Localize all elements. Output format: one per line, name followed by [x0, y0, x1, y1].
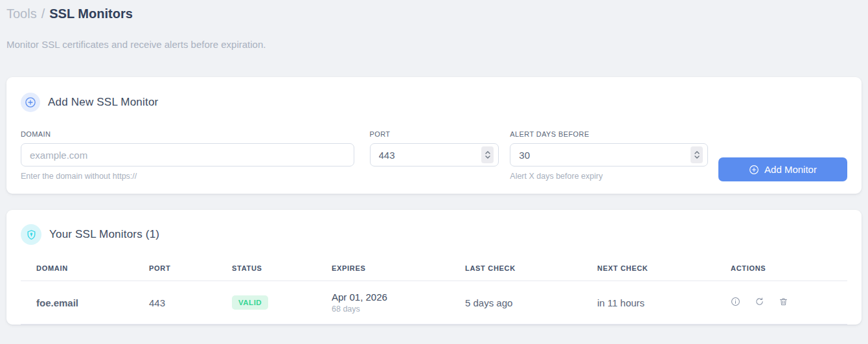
- info-icon[interactable]: [731, 297, 740, 306]
- domain-field-group: DOMAIN Enter the domain without https://: [21, 130, 354, 181]
- col-header-next-check: NEXT CHECK: [582, 259, 715, 281]
- shield-icon: [21, 224, 41, 245]
- domain-input[interactable]: [21, 143, 354, 166]
- add-monitor-title: Add New SSL Monitor: [48, 96, 158, 109]
- last-check: 5 days ago: [450, 281, 582, 325]
- port-input[interactable]: [370, 143, 499, 166]
- col-header-status: STATUS: [216, 259, 316, 281]
- expires-date: Apr 01, 2026: [332, 292, 450, 303]
- monitors-card: Your SSL Monitors (1) DOMAIN PORT STATUS…: [6, 210, 862, 325]
- alert-days-field-group: ALERT DAYS BEFORE Alert X days before ex…: [510, 130, 708, 181]
- monitor-domain: foe.email: [21, 281, 133, 325]
- col-header-last-check: LAST CHECK: [450, 259, 582, 281]
- refresh-icon[interactable]: [755, 297, 764, 306]
- monitors-table: DOMAIN PORT STATUS EXPIRES LAST CHECK NE…: [21, 259, 847, 325]
- add-monitor-form: DOMAIN Enter the domain without https://…: [21, 130, 847, 181]
- next-check: in 11 hours: [582, 281, 715, 325]
- alert-days-helper-text: Alert X days before expiry: [510, 172, 708, 181]
- alert-days-label: ALERT DAYS BEFORE: [510, 130, 708, 138]
- status-badge: VALID: [232, 295, 268, 310]
- col-header-actions: ACTIONS: [715, 259, 847, 281]
- domain-label: DOMAIN: [21, 130, 354, 138]
- table-header-row: DOMAIN PORT STATUS EXPIRES LAST CHECK NE…: [21, 259, 847, 281]
- port-stepper[interactable]: [481, 146, 494, 163]
- monitor-port: 443: [133, 281, 216, 325]
- add-monitor-card: Add New SSL Monitor DOMAIN Enter the dom…: [6, 77, 862, 194]
- breadcrumb: Tools/SSL Monitors: [6, 5, 862, 22]
- col-header-domain: DOMAIN: [21, 259, 133, 281]
- expires-days-remaining: 68 days: [332, 304, 450, 314]
- trash-icon[interactable]: [779, 297, 788, 306]
- domain-helper-text: Enter the domain without https://: [21, 172, 354, 181]
- breadcrumb-tools-link[interactable]: Tools: [6, 6, 37, 21]
- add-monitor-card-header: Add New SSL Monitor: [21, 93, 847, 112]
- alert-days-stepper[interactable]: [691, 146, 703, 163]
- page-subtitle: Monitor SSL certificates and receive ale…: [6, 39, 862, 50]
- col-header-expires: EXPIRES: [316, 259, 450, 281]
- circle-plus-icon: [21, 93, 40, 112]
- add-monitor-button-label: Add Monitor: [764, 164, 817, 175]
- monitors-card-header: Your SSL Monitors (1): [21, 224, 847, 245]
- breadcrumb-separator: /: [41, 6, 45, 21]
- submit-button-wrap: Add Monitor: [718, 130, 847, 181]
- add-monitor-button[interactable]: Add Monitor: [718, 157, 847, 181]
- col-header-port: PORT: [133, 259, 216, 281]
- table-row: foe.email 443 VALID Apr 01, 2026 68 days…: [21, 281, 847, 325]
- ssl-monitors-page: Tools/SSL Monitors Monitor SSL certifica…: [0, 0, 868, 344]
- port-label: PORT: [370, 130, 499, 138]
- alert-days-input[interactable]: [510, 143, 708, 166]
- page-title: SSL Monitors: [49, 6, 133, 21]
- plus-icon: [749, 165, 759, 175]
- monitors-title: Your SSL Monitors (1): [49, 228, 159, 241]
- port-field-group: PORT: [370, 130, 499, 166]
